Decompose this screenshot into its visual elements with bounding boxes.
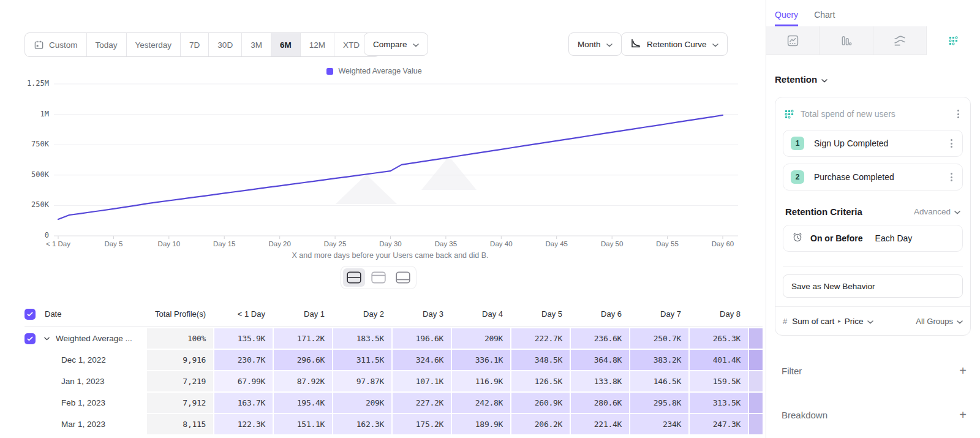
report-tab-insights[interactable] xyxy=(766,26,820,55)
range-custom[interactable]: Custom xyxy=(25,33,87,56)
groups-dropdown[interactable]: All Groups xyxy=(916,317,963,326)
range-yesterday[interactable]: Yesterday xyxy=(127,33,181,56)
step-1[interactable]: 1Sign Up Completed xyxy=(783,130,963,157)
filter-label: Filter xyxy=(782,366,802,376)
flows-icon xyxy=(894,34,906,47)
retention-cell-partial xyxy=(749,350,763,370)
retention-cell: 242.8K xyxy=(452,393,510,413)
retention-cell: 348.5K xyxy=(511,350,570,370)
retention-criteria-label: Retention Criteria xyxy=(785,206,914,217)
range-30d[interactable]: 30D xyxy=(209,33,242,56)
range-7d[interactable]: 7D xyxy=(181,33,209,56)
split-view-icon xyxy=(347,271,361,284)
step-menu-button[interactable] xyxy=(948,137,955,150)
chevron-down-icon xyxy=(606,43,612,47)
retention-cell-partial xyxy=(749,414,763,434)
retention-section-toggle[interactable]: Retention xyxy=(775,74,827,85)
column-header: Total Profile(s) xyxy=(147,309,213,319)
step-number-badge: 1 xyxy=(791,137,804,150)
add-filter-button[interactable]: + xyxy=(959,364,967,377)
total-profiles-cell: 100% xyxy=(147,328,213,349)
retention-cell: 196.6K xyxy=(393,328,451,349)
retention-cell: 234K xyxy=(630,414,688,434)
chart-type-dropdown[interactable]: Retention Curve xyxy=(621,32,728,56)
chevron-down-icon xyxy=(413,43,419,47)
table-row: Mar 1, 20238,115122.3K151.1K162.3K175.2K… xyxy=(24,414,763,434)
range-today[interactable]: Today xyxy=(87,33,127,56)
sidebar-tabs: QueryChart xyxy=(766,0,980,26)
column-header: Day 6 xyxy=(571,309,629,319)
row-label-cell: Dec 1, 2022 xyxy=(24,350,146,370)
step-menu-button[interactable] xyxy=(948,170,955,184)
behavior-title: Total spend of new users xyxy=(801,109,949,119)
column-header: < 1 Day xyxy=(214,309,273,319)
range-6m[interactable]: 6M xyxy=(271,33,301,56)
y-tick-label: 750K xyxy=(0,140,49,148)
retention-cell-partial xyxy=(749,371,763,391)
retention-cell: 364.8K xyxy=(571,350,629,370)
date-range-picker: CustomTodayYesterday7D30D3M6M12MXTD xyxy=(24,32,380,57)
range-3m[interactable]: 3M xyxy=(242,33,271,56)
criteria-value: Each Day xyxy=(875,233,913,243)
granularity-dropdown[interactable]: Month xyxy=(568,32,622,56)
table-row: Feb 1, 20237,912163.7K195.4K209K227.2K24… xyxy=(24,393,763,413)
check-icon xyxy=(26,311,34,318)
advanced-dropdown[interactable]: Advanced xyxy=(914,207,960,216)
breakdown-label: Breakdown xyxy=(782,410,827,420)
range-12m[interactable]: 12M xyxy=(301,33,334,56)
retention-cell: 311.5K xyxy=(333,350,391,370)
row-checkbox[interactable] xyxy=(24,309,36,320)
add-breakdown-button[interactable]: + xyxy=(959,409,967,421)
y-tick-label: 0 xyxy=(0,231,49,240)
breakdown-row: Breakdown + xyxy=(782,409,967,421)
retention-line-chart xyxy=(0,64,766,248)
behavior-card: Total spend of new users 1Sign Up Comple… xyxy=(775,97,971,336)
retention-cell: 162.3K xyxy=(333,414,391,434)
retention-cell: 401.4K xyxy=(690,350,748,370)
column-header: Day 1 xyxy=(274,309,332,319)
chart-type-label: Retention Curve xyxy=(647,40,707,49)
retention-cell: 324.6K xyxy=(393,350,451,370)
table-only-view-icon xyxy=(396,271,410,284)
criteria-selector[interactable]: On or Before Each Day xyxy=(783,225,963,252)
compare-button[interactable]: Compare xyxy=(364,32,428,56)
retention-cell: 209K xyxy=(452,328,510,349)
table-body: Weighted Average ...100%135.9K171.2K183.… xyxy=(24,328,763,436)
retention-cell: 250.7K xyxy=(630,328,688,349)
tab-chart[interactable]: Chart xyxy=(814,10,835,26)
retention-cell: 107.1K xyxy=(393,371,451,391)
retention-cell: 126.5K xyxy=(511,371,570,391)
tab-query[interactable]: Query xyxy=(775,10,798,26)
chart-only-view-button[interactable] xyxy=(368,268,390,287)
row-checkbox[interactable] xyxy=(24,333,36,344)
filter-row: Filter + xyxy=(782,364,967,377)
report-tab-retention[interactable] xyxy=(927,26,980,55)
table-row: Dec 1, 20229,916230.7K296.6K311.5K324.6K… xyxy=(24,350,763,370)
report-tab-funnels[interactable] xyxy=(820,26,873,55)
table-only-view-button[interactable] xyxy=(392,268,414,287)
card-divider xyxy=(783,266,963,267)
expand-row-button[interactable] xyxy=(44,337,50,341)
split-view-button[interactable] xyxy=(343,268,365,287)
property-arrow-icon: ▸ xyxy=(838,318,841,324)
save-as-new-behavior-button[interactable]: Save as New Behavior xyxy=(783,274,963,298)
report-tab-flows[interactable] xyxy=(873,26,927,55)
step-number-badge: 2 xyxy=(791,170,804,184)
retention-cell-partial xyxy=(749,393,763,413)
column-header: Day 2 xyxy=(333,309,391,319)
step-2[interactable]: 2Purchase Completed xyxy=(783,164,963,191)
retention-cell: 159.5K xyxy=(690,371,748,391)
measure-dropdown[interactable]: Sum of cart ▸ Price xyxy=(792,317,873,326)
chevron-down-icon xyxy=(954,211,960,214)
retention-cell: 67.99K xyxy=(214,371,273,391)
row-label-cell: Jan 1, 2023 xyxy=(24,371,146,391)
behavior-menu-button[interactable] xyxy=(955,107,962,121)
x-tick-label: Day 60 xyxy=(686,240,760,247)
measure-row: # Sum of cart ▸ Price All Groups xyxy=(775,306,970,335)
retention-cell: 151.1K xyxy=(274,414,332,434)
expand-chevron-icon xyxy=(44,337,50,341)
retention-cell: 209K xyxy=(333,393,391,413)
retention-cell: 236.6K xyxy=(571,328,629,349)
granularity-label: Month xyxy=(578,40,601,49)
criteria-mode: On or Before xyxy=(810,233,863,243)
